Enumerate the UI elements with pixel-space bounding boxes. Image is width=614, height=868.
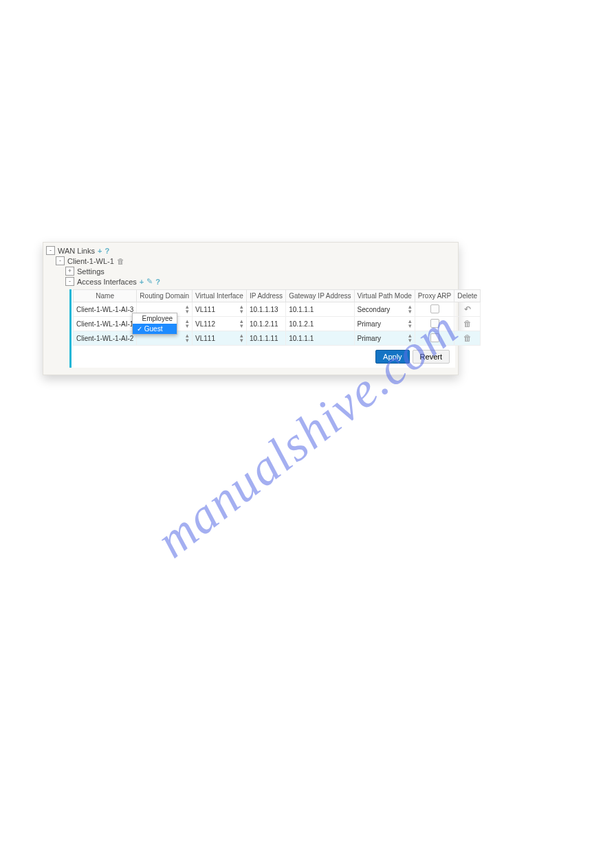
col-delete: Delete [454,290,481,302]
cell-gw[interactable]: 10.1.1.1 [286,331,354,346]
add-icon[interactable]: + [98,247,102,255]
trash-icon[interactable]: 🗑 [463,333,472,343]
dropdown-option-guest[interactable]: ✓ Guest [133,324,177,334]
col-virtual-interface: Virtual Interface [193,290,247,302]
toggle-client[interactable]: - [56,256,65,265]
cell-proxy-arp[interactable] [415,302,454,317]
cell-name: Client-1-WL-1-AI-2 [74,331,137,346]
tree-row-access-interfaces[interactable]: - Access Interfaces + ✎ ? [65,276,455,287]
spinner-icon[interactable] [240,318,243,329]
col-gateway-ip: Gateway IP Address [286,290,354,302]
cell-ip[interactable]: 10.1.2.11 [246,317,285,331]
cell-mode[interactable]: Primary [354,317,415,331]
checkbox-icon[interactable] [430,333,439,342]
spinner-icon[interactable] [408,318,412,329]
trash-icon[interactable]: 🗑 [463,319,472,329]
cell-ip[interactable]: 10.1.1.11 [246,331,285,346]
col-virtual-path-mode: Virtual Path Mode [354,290,415,302]
cell-name: Client-1-WL-1-AI-3 [74,302,137,317]
tree-row-client[interactable]: - Client-1-WL-1 🗑 [56,256,455,266]
cell-gw[interactable]: 10.1.1.1 [286,302,354,317]
cell-vif[interactable]: VL112 [193,317,247,331]
undo-icon[interactable]: ↶ [464,304,471,314]
cell-ip[interactable]: 10.1.1.13 [246,302,285,317]
cell-mode[interactable]: Secondary [354,302,415,317]
cell-vif[interactable]: VL111 [193,331,247,346]
col-name: Name [74,290,137,302]
trash-icon[interactable]: 🗑 [117,257,124,265]
toggle-access[interactable]: - [65,277,74,286]
tree-row-wan-links[interactable]: - WAN Links + ? [46,245,455,256]
dropdown-option-employee[interactable]: Employee [133,313,177,324]
label-access: Access Interfaces [77,278,137,286]
checkbox-icon[interactable] [430,304,439,313]
label-client: Client-1-WL-1 [67,257,114,265]
add-icon[interactable]: + [140,278,144,286]
cell-gw[interactable]: 10.1.2.1 [286,317,354,331]
edit-icon[interactable]: ✎ [146,277,153,286]
spinner-icon[interactable] [186,333,189,344]
cell-delete[interactable]: 🗑 [454,331,481,346]
tree-row-settings[interactable]: + Settings [65,266,455,276]
label-wan-links: WAN Links [58,247,95,255]
routing-domain-dropdown[interactable]: Employee ✓ Guest [132,313,177,335]
cell-mode[interactable]: Primary [354,331,415,346]
toggle-settings[interactable]: + [65,267,74,276]
button-row: Apply Revert [73,350,450,364]
cell-proxy-arp[interactable] [415,317,454,331]
access-interfaces-table-wrap: Name Routing Domain Virtual Interface IP… [69,289,455,368]
label-settings: Settings [77,267,105,276]
check-icon: ✓ [137,325,142,333]
cell-vif[interactable]: VL111 [193,302,247,317]
config-panel: - WAN Links + ? - Client-1-WL-1 🗑 + Sett… [43,242,459,375]
col-routing-domain: Routing Domain [137,290,193,302]
spinner-icon[interactable] [240,304,243,315]
spinner-icon[interactable] [408,304,412,315]
spinner-icon[interactable] [240,333,243,344]
help-icon[interactable]: ? [155,278,160,286]
cell-delete[interactable]: 🗑 [454,317,481,331]
help-icon[interactable]: ? [105,247,109,255]
cell-name: Client-1-WL-1-AI-1 [74,317,137,331]
spinner-icon[interactable] [408,333,412,344]
col-ip-address: IP Address [246,290,285,302]
spinner-icon[interactable] [186,318,189,329]
col-proxy-arp: Proxy ARP [415,290,454,302]
cell-proxy-arp[interactable] [415,331,454,346]
toggle-wan-links[interactable]: - [46,246,55,255]
cell-delete[interactable]: ↶ [454,302,481,317]
apply-button[interactable]: Apply [375,350,410,364]
revert-button[interactable]: Revert [413,350,450,364]
spinner-icon[interactable] [186,304,189,315]
checkbox-icon[interactable] [430,319,439,328]
